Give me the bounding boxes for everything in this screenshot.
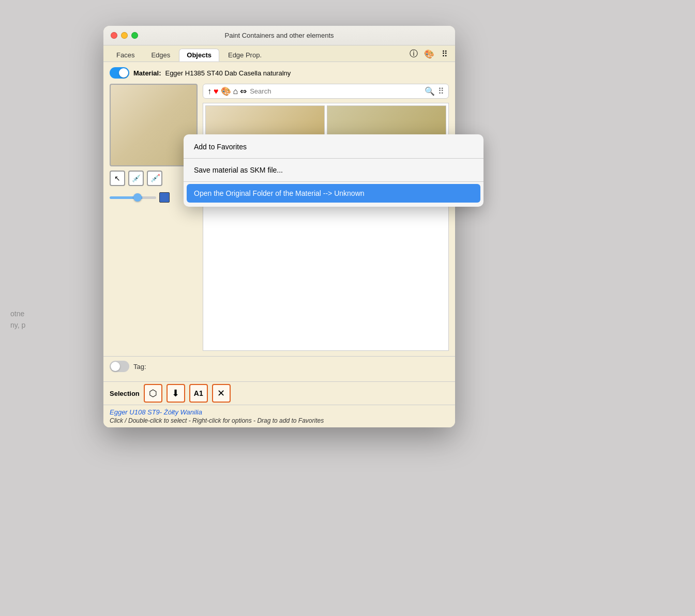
context-menu: Add to Favorites Save material as SKM fi…: [184, 134, 484, 207]
add-to-favorites-menuitem[interactable]: Add to Favorites: [184, 137, 484, 156]
right-panel: ↑ ♥ 🎨 ⌂ ⇔ 🔍 ⠿ Egger U108 S: [203, 84, 449, 351]
more-icon[interactable]: ⠿: [440, 49, 450, 59]
search-toolbar-icons: ↑ ♥ 🎨 ⌂ ⇔: [207, 86, 247, 96]
open-folder-menuitem[interactable]: Open the Original Folder of the Material…: [187, 184, 480, 203]
material-label: Material:: [133, 69, 161, 77]
content-area: ↖ 💉 💉+ Egger U108 ST9- Żółty Wanilia RGB…: [110, 84, 449, 351]
arrow-up-icon[interactable]: ↑: [207, 87, 211, 96]
tag-label: Tag:: [133, 363, 146, 371]
import-icon-button[interactable]: ⬇: [167, 384, 185, 403]
eyedropper-add-button[interactable]: 💉+: [147, 171, 162, 186]
home-icon[interactable]: ⌂: [233, 87, 238, 96]
text-icon-button[interactable]: A1: [189, 384, 208, 403]
minimize-button[interactable]: [121, 32, 128, 39]
background-text: otne ny, p: [10, 308, 25, 331]
arrow-tool-button[interactable]: ↖: [110, 171, 125, 186]
search-bar: ↑ ♥ 🎨 ⌂ ⇔ 🔍 ⠿: [203, 84, 449, 99]
search-mag-icon[interactable]: 🔍: [425, 86, 435, 96]
eyedropper-button[interactable]: 💉: [128, 171, 144, 186]
left-panel: ↖ 💉 💉+ Egger U108 ST9- Żółty Wanilia RGB…: [110, 84, 198, 351]
bottom-section: Tag:: [103, 356, 455, 381]
grid-view-icon[interactable]: ⠿: [438, 86, 444, 96]
titlebar: Paint Containers and other elements: [103, 26, 455, 45]
tab-edges[interactable]: Edges: [143, 49, 178, 61]
heart-icon[interactable]: ♥: [214, 87, 219, 96]
tool-icon-button[interactable]: ✕: [212, 384, 231, 403]
material-value: Egger H1385 ST40 Dab Casella naturalny: [165, 69, 291, 77]
swap-icon[interactable]: ⇔: [240, 86, 247, 96]
bg-text-line1: otne: [10, 308, 25, 319]
maximize-button[interactable]: [131, 32, 138, 39]
main-window: Paint Containers and other elements Face…: [103, 26, 455, 427]
search-input[interactable]: [250, 87, 421, 95]
selection-label: Selection: [110, 390, 140, 397]
tab-icons: ⓘ 🎨 ⠿: [409, 49, 450, 61]
window-title: Paint Containers and other elements: [224, 32, 334, 39]
status-bar: Egger U108 ST9- Żółty Wanilia Click / Do…: [103, 405, 455, 427]
close-button[interactable]: [111, 32, 117, 39]
panel-content: Material: Egger H1385 ST40 Dab Casella n…: [103, 62, 455, 356]
bg-text-line2: ny, p: [10, 319, 25, 331]
palette-icon[interactable]: 🎨: [221, 86, 231, 96]
tab-edge-prop[interactable]: Edge Prop.: [220, 49, 269, 61]
window-controls: [111, 32, 138, 39]
help-icon[interactable]: ⓘ: [409, 49, 419, 59]
save-skm-menuitem[interactable]: Save material as SKM file...: [184, 161, 484, 179]
menu-divider-2: [184, 181, 484, 182]
status-desc: Click / Double-click to select - Right-c…: [110, 417, 449, 424]
tab-faces[interactable]: Faces: [109, 49, 142, 61]
paint-icon[interactable]: 🎨: [424, 49, 434, 59]
material-toggle[interactable]: [110, 67, 129, 79]
cube-icon-button[interactable]: ⬡: [144, 384, 162, 403]
tab-objects[interactable]: Objects: [179, 49, 219, 61]
tag-toggle[interactable]: [110, 361, 129, 372]
tab-bar: Faces Edges Objects Edge Prop. ⓘ 🎨 ⠿: [103, 45, 455, 62]
material-row: Material: Egger H1385 ST40 Dab Casella n…: [110, 67, 449, 79]
tag-row: Tag:: [110, 361, 449, 372]
selection-bar: Selection ⬡ ⬇ A1 ✕: [103, 381, 455, 405]
menu-divider-1: [184, 158, 484, 159]
status-title: Egger U108 ST9- Żółty Wanilia: [110, 408, 449, 416]
color-swatch[interactable]: [159, 192, 170, 203]
opacity-slider[interactable]: [110, 196, 156, 199]
